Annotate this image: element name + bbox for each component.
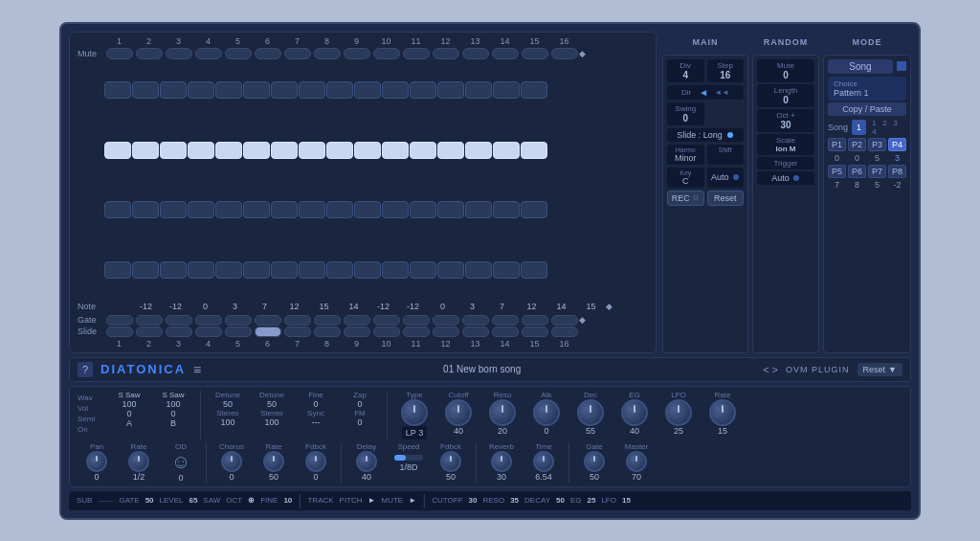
step-4-5[interactable] [215, 261, 242, 279]
copy-paste-button[interactable]: Copy / Paste [828, 102, 906, 116]
gate-btn-2[interactable] [136, 315, 163, 326]
slide-btn-5[interactable] [225, 327, 252, 337]
step-3-1[interactable] [104, 201, 131, 218]
step-1-13[interactable] [437, 81, 464, 99]
type-knob[interactable] [401, 399, 428, 426]
step-1-15[interactable] [493, 81, 520, 99]
step-4-4[interactable] [188, 261, 214, 279]
step-1-1[interactable] [104, 81, 131, 99]
step-3-16[interactable] [521, 201, 547, 218]
gate-btn-9[interactable] [344, 315, 370, 326]
random-scale[interactable]: Scale Ion M [757, 134, 814, 155]
gate-btn-11[interactable] [403, 315, 430, 326]
step-3-5[interactable] [215, 201, 242, 218]
step-4-7[interactable] [271, 261, 298, 279]
dir-param[interactable]: Dir ◄ ◄◄ [667, 85, 744, 100]
pan-knob[interactable] [86, 451, 107, 472]
step-1-10[interactable] [354, 81, 381, 99]
step-2-3[interactable] [160, 142, 187, 159]
gate-btn-16[interactable] [551, 315, 578, 326]
p2-button[interactable]: P2 [848, 138, 866, 151]
step-2-8[interactable] [299, 142, 325, 159]
random-auto[interactable]: Auto [757, 171, 814, 185]
fdbck1-knob[interactable] [305, 451, 326, 472]
p7-button[interactable]: P7 [868, 165, 886, 178]
step-4-11[interactable] [382, 261, 409, 279]
step-2-5[interactable] [215, 142, 242, 159]
step-4-14[interactable] [465, 261, 492, 279]
step-4-6[interactable] [243, 261, 270, 279]
step-3-15[interactable] [493, 201, 520, 218]
p5-button[interactable]: P5 [828, 165, 846, 178]
help-button[interactable]: ? [78, 362, 93, 377]
p1-button[interactable]: P1 [828, 138, 846, 151]
step-3-12[interactable] [410, 201, 436, 218]
step-1-16[interactable] [521, 81, 547, 99]
slide-btn-15[interactable] [522, 327, 548, 337]
rate-knob[interactable] [709, 399, 736, 426]
step-2-2[interactable] [132, 142, 159, 159]
random-oct[interactable]: Oct + 30 [757, 109, 814, 132]
slide-btn-4[interactable] [195, 327, 222, 337]
mute-btn-13[interactable] [462, 48, 489, 59]
time-knob[interactable] [533, 451, 554, 472]
step-4-8[interactable] [299, 261, 325, 279]
swing-param[interactable]: Swing 0 [667, 102, 704, 125]
random-length[interactable]: Length 0 [757, 84, 814, 107]
step-3-6[interactable] [243, 201, 270, 218]
slide-btn-2[interactable] [136, 327, 163, 337]
mute-btn-1[interactable] [106, 48, 133, 59]
gate-btn-7[interactable] [284, 315, 311, 326]
mute-btn-10[interactable] [373, 48, 400, 59]
nav-arrows[interactable]: < > [763, 364, 778, 375]
mode-song-label[interactable]: Song [828, 59, 893, 74]
random-mute[interactable]: Mute 0 [757, 59, 814, 82]
eg-knob[interactable] [621, 399, 648, 426]
slide-btn-13[interactable] [462, 327, 489, 337]
step-4-1[interactable] [104, 261, 131, 279]
cutoff-knob[interactable] [445, 399, 472, 426]
step-3-10[interactable] [354, 201, 381, 218]
step-3-14[interactable] [465, 201, 492, 218]
step-1-8[interactable] [299, 81, 325, 99]
gate-btn-12[interactable] [433, 315, 459, 326]
slide-btn-3[interactable] [166, 327, 192, 337]
slide-btn-11[interactable] [403, 327, 430, 337]
key-param[interactable]: Key C [667, 168, 704, 188]
step-4-16[interactable] [521, 261, 547, 279]
step-4-12[interactable] [410, 261, 436, 279]
step-2-15[interactable] [493, 142, 520, 159]
gate-btn-14[interactable] [492, 315, 519, 326]
gate-btn-6[interactable] [255, 315, 281, 326]
step-param[interactable]: Step 16 [707, 59, 745, 82]
step-2-16[interactable] [521, 142, 547, 159]
gate-btn-15[interactable] [522, 315, 548, 326]
mute-btn-5[interactable] [225, 48, 252, 59]
step-2-6[interactable] [243, 142, 270, 159]
reverb-knob[interactable] [491, 451, 512, 472]
step-2-1[interactable] [104, 142, 131, 159]
step-2-12[interactable] [410, 142, 436, 159]
rate3-knob[interactable] [263, 451, 284, 472]
step-3-8[interactable] [299, 201, 325, 218]
slide-btn-8[interactable] [314, 327, 341, 337]
toolbar-reset-button[interactable]: Reset ▼ [858, 363, 902, 376]
menu-icon[interactable]: ≡ [193, 362, 201, 377]
step-4-3[interactable] [160, 261, 187, 279]
mute-btn-9[interactable] [344, 48, 370, 59]
step-1-11[interactable] [382, 81, 409, 99]
slide-btn-9[interactable] [344, 327, 370, 337]
mute-btn-15[interactable] [522, 48, 548, 59]
step-2-14[interactable] [465, 142, 492, 159]
reso-knob[interactable] [489, 399, 516, 426]
reset-button[interactable]: Reset [707, 191, 745, 206]
p8-button[interactable]: P8 [888, 165, 906, 178]
p4-button[interactable]: P4 [888, 138, 906, 151]
step-4-9[interactable] [326, 261, 353, 279]
lfo-knob[interactable] [665, 399, 692, 426]
step-2-13[interactable] [437, 142, 464, 159]
step-3-7[interactable] [271, 201, 298, 218]
slide-btn-14[interactable] [492, 327, 519, 337]
gate-btn-10[interactable] [373, 315, 400, 326]
mute-btn-4[interactable] [195, 48, 222, 59]
